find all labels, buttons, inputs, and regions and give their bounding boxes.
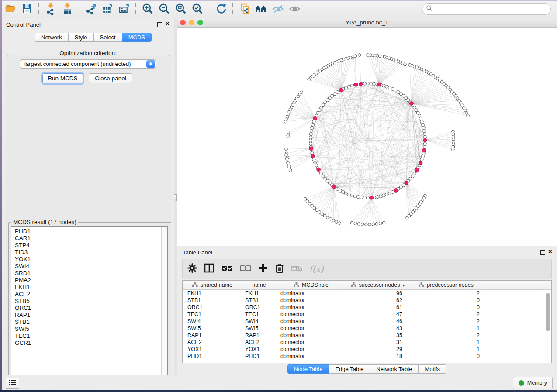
list-item[interactable]: TEC1 [11, 333, 161, 340]
task-history-button[interactable] [6, 378, 19, 389]
export-table-button[interactable] [100, 3, 115, 17]
export-image-button[interactable] [117, 3, 131, 17]
attribute-icon [294, 282, 299, 289]
table-row[interactable]: YOX1YOX1connector291 [183, 346, 551, 353]
list-item[interactable]: ACE2 [11, 291, 161, 298]
show-all-button[interactable] [287, 3, 302, 17]
delete-column-button[interactable] [274, 262, 285, 275]
run-mcds-button[interactable]: Run MCDS [42, 73, 83, 83]
create-column-button[interactable] [258, 262, 268, 275]
column-header-MCDS-role[interactable]: MCDS role [276, 281, 346, 289]
import-network-button[interactable] [43, 3, 58, 17]
table-scrollbar-thumb[interactable] [546, 293, 550, 331]
save-session-button[interactable] [20, 3, 35, 17]
column-header-predecessor-nodes[interactable]: predecessor nodes [409, 281, 483, 289]
import-table-button[interactable] [60, 3, 75, 17]
criterion-dropdown[interactable]: largest connected component (undirected) [20, 59, 156, 69]
zoom-selected-button[interactable] [190, 3, 205, 17]
memory-button[interactable]: Memory [513, 377, 553, 389]
zoom-fit-button[interactable] [173, 3, 188, 17]
mcds-result-list[interactable]: PHD1CAR1STP4TID3YOX1SWI4SRD1PMA2FKH1ACE2… [11, 226, 168, 381]
column-settings-button[interactable] [187, 262, 197, 275]
delete-table-button[interactable] [291, 262, 303, 275]
network-canvas[interactable] [177, 28, 557, 246]
list-item[interactable]: PHD1 [11, 228, 161, 235]
table-scrollbar[interactable] [545, 291, 550, 362]
list-item[interactable]: GCR1 [11, 340, 161, 347]
open-file-button[interactable] [3, 3, 18, 17]
list-item[interactable]: TID3 [11, 249, 161, 256]
hide-selected-icon [272, 3, 284, 17]
list-item[interactable]: SWI5 [11, 326, 161, 333]
splitter-handle-icon[interactable] [174, 194, 177, 201]
list-item[interactable]: STB1 [11, 319, 161, 326]
float-table-panel-icon[interactable] [540, 250, 545, 255]
zoom-in-button[interactable] [140, 3, 155, 17]
panel-splitter[interactable] [174, 18, 177, 375]
node-table: shared namenameMCDS rolesuccessor nodes▾… [182, 280, 552, 363]
close-panel-icon[interactable]: × [166, 21, 170, 26]
refresh-network-button[interactable] [214, 3, 228, 17]
column-header-shared-name[interactable]: shared name [183, 281, 242, 289]
deselect-all-rows-button[interactable] [239, 262, 252, 275]
control-panel-title: Control Panel [6, 21, 41, 28]
table-cell: 62 [346, 297, 409, 303]
table-cell: 2 [409, 318, 483, 324]
network-search-box[interactable] [422, 3, 551, 15]
table-cell: 2 [409, 311, 483, 317]
table-row[interactable]: PHD1PHD1dominator180 [183, 353, 551, 360]
table-row[interactable]: STB1STB1dominator620 [183, 297, 551, 304]
control-panel-tabs: NetworkStyleSelectMCDS [35, 33, 152, 42]
table-cell: 61 [346, 304, 409, 310]
table-cell: 1 [409, 339, 483, 345]
hide-selected-button[interactable] [270, 3, 285, 17]
export-network-button[interactable] [83, 3, 98, 17]
table-row[interactable]: TEC1TEC1connector472 [183, 311, 551, 318]
tab-select[interactable]: Select [93, 33, 122, 42]
network-window-titlebar[interactable]: YPA_prune.txt_1 [177, 18, 557, 28]
list-item[interactable]: STB5 [11, 298, 161, 305]
function-builder-button[interactable]: f(x) [309, 262, 324, 275]
list-item[interactable]: ORC1 [11, 305, 161, 312]
table-cell: ORC1 [183, 304, 242, 310]
list-item[interactable]: STP4 [11, 242, 161, 249]
copy-network-button[interactable] [237, 3, 252, 17]
column-header-name[interactable]: name [242, 281, 276, 289]
select-all-rows-button[interactable] [221, 262, 233, 275]
tab-style[interactable]: Style [68, 33, 93, 42]
table-row[interactable]: ACE2ACE2connector311 [183, 339, 551, 346]
show-columns-button[interactable] [204, 262, 215, 275]
tab-network-table[interactable]: Network Table [370, 364, 418, 374]
table-row[interactable]: RAP1RAP1dominator352 [183, 332, 551, 339]
list-item[interactable]: PMA2 [11, 277, 161, 284]
tab-motifs[interactable]: Motifs [418, 364, 446, 374]
attribute-icon [192, 282, 198, 289]
close-table-panel-icon[interactable]: × [548, 249, 552, 254]
status-bar: Memory [2, 375, 557, 390]
tab-network[interactable]: Network [35, 33, 68, 42]
search-input[interactable] [433, 6, 550, 13]
zoom-out-button[interactable] [157, 3, 172, 17]
export-image-icon [118, 3, 130, 17]
tab-edge-table[interactable]: Edge Table [329, 364, 370, 374]
table-row[interactable]: SWI5SWI5connector431 [183, 325, 551, 332]
table-cell: 47 [346, 311, 409, 317]
list-item[interactable]: YOX1 [11, 256, 161, 263]
first-neighbors-button[interactable] [254, 3, 269, 17]
close-panel-button[interactable]: Close panel [89, 73, 132, 83]
desktop-edge-bottom [0, 390, 557, 392]
tab-node-table[interactable]: Node Table [287, 364, 329, 374]
list-item[interactable]: RAP1 [11, 312, 161, 319]
table-row[interactable]: FKH1FKH1dominator962 [183, 290, 551, 297]
tab-mcds[interactable]: MCDS [122, 33, 152, 42]
list-item[interactable]: SWI4 [11, 263, 161, 270]
list-item[interactable]: FKH1 [11, 284, 161, 291]
list-item[interactable]: CAR1 [11, 235, 161, 242]
table-row[interactable]: SWI4SWI4dominator462 [183, 318, 551, 325]
list-item[interactable]: SRD1 [11, 270, 161, 277]
toolbar-separator [135, 3, 136, 16]
table-row[interactable]: ORC1ORC1dominator610 [183, 304, 551, 311]
float-panel-icon[interactable] [157, 22, 162, 27]
result-list-scrollbar[interactable] [161, 227, 167, 381]
column-header-successor-nodes[interactable]: successor nodes▾ [346, 281, 409, 289]
